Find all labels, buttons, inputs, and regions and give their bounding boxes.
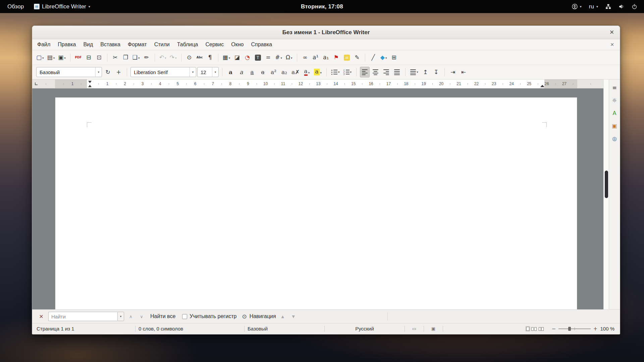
comment-button[interactable]: ≡ <box>342 52 352 63</box>
find-next-button[interactable]: ∨ <box>138 314 146 319</box>
cut-button[interactable]: ✂ <box>110 52 120 63</box>
menu-item[interactable]: Окно <box>227 39 247 50</box>
align-left-button[interactable] <box>360 67 370 77</box>
zoom-out-button[interactable]: − <box>551 326 557 332</box>
keyboard-layout-button[interactable]: ru ▾ <box>589 0 598 13</box>
find-history-dropdown[interactable] <box>117 312 124 321</box>
insert-chart-button[interactable]: ◔ <box>243 52 252 63</box>
document-modified-status[interactable]: ▣ <box>424 323 443 334</box>
chevron-down-icon[interactable] <box>212 67 218 77</box>
font-name-combobox[interactable]: Liberation Serif <box>130 67 196 77</box>
draw-functions-button[interactable]: ⊞ <box>389 52 399 63</box>
book-view-button[interactable] <box>538 326 545 331</box>
insert-table-button[interactable]: ▦ <box>221 52 232 63</box>
dropdown-arrow-icon[interactable] <box>63 55 66 60</box>
find-all-button[interactable]: Найти все <box>148 313 177 319</box>
clear-formatting-button[interactable]: a✗ <box>290 67 301 77</box>
new-document-button[interactable]: ▢ <box>35 52 45 63</box>
insert-image-button[interactable]: ◪ <box>232 52 242 63</box>
font-size-combobox[interactable]: 12 <box>197 67 219 77</box>
export-pdf-button[interactable]: PDF <box>73 52 83 63</box>
scrollbar-thumb[interactable] <box>605 171 608 198</box>
network-status-button[interactable] <box>605 0 611 13</box>
footnote-button[interactable]: a¹ <box>311 52 320 63</box>
numbered-list-button[interactable] <box>342 67 353 77</box>
zoom-slider[interactable] <box>558 328 591 329</box>
find-replace-button[interactable]: ⊙ <box>184 52 194 63</box>
dropdown-arrow-icon[interactable] <box>138 55 140 60</box>
align-center-button[interactable] <box>371 67 380 77</box>
line-spacing-button[interactable] <box>409 67 420 77</box>
dropdown-arrow-icon[interactable] <box>164 55 166 60</box>
multi-page-view-button[interactable] <box>530 326 538 331</box>
dropdown-arrow-icon[interactable] <box>320 70 322 75</box>
menu-item[interactable]: Правка <box>54 39 79 50</box>
print-button[interactable]: ⊟ <box>84 52 94 63</box>
horizontal-ruler[interactable]: 1 12345678910111213141516171819202122232… <box>32 79 603 88</box>
open-button[interactable]: ▤ <box>46 52 56 63</box>
align-justify-button[interactable] <box>392 67 402 77</box>
insert-line-button[interactable]: ╱ <box>368 52 378 63</box>
spelling-button[interactable]: Abc <box>195 52 205 63</box>
zoom-level-status[interactable]: 100 % <box>598 323 620 334</box>
redo-button[interactable]: ↷ <box>168 52 178 63</box>
decrease-indent-button[interactable]: ⇤ <box>459 67 469 77</box>
find-previous-button[interactable]: ∧ <box>127 314 135 319</box>
formatting-marks-button[interactable]: ¶ <box>205 52 215 63</box>
strikethrough-button[interactable]: a <box>258 67 268 77</box>
app-menu-button[interactable]: LibreOffice Writer ▾ <box>31 0 94 13</box>
highlight-color-button[interactable]: a <box>313 67 323 77</box>
page-break-button[interactable]: = <box>263 52 273 63</box>
zoom-in-button[interactable]: + <box>592 326 598 332</box>
find-search-input[interactable] <box>48 312 117 321</box>
navigate-up-button[interactable]: ▲ <box>279 314 287 319</box>
sidebar-properties-button[interactable]: ☼ <box>610 96 619 105</box>
menu-item[interactable]: Формат <box>124 39 151 50</box>
zoom-slider-handle[interactable] <box>568 327 571 331</box>
dropdown-arrow-icon[interactable] <box>174 55 177 60</box>
increase-paragraph-spacing-button[interactable]: ↥ <box>421 67 430 77</box>
undo-button[interactable]: ↶ <box>158 52 168 63</box>
sidebar-menu-button[interactable]: ≡ <box>610 83 619 92</box>
clone-formatting-button[interactable]: ✏ <box>142 52 152 63</box>
print-preview-button[interactable]: ⊡ <box>94 52 104 63</box>
dropdown-arrow-icon[interactable] <box>42 55 44 60</box>
insert-textbox-button[interactable]: T <box>253 52 263 63</box>
match-case-checkbox[interactable] <box>182 314 187 319</box>
bold-button[interactable]: a <box>226 67 235 77</box>
paste-button[interactable]: ❑ <box>131 52 141 63</box>
dropdown-arrow-icon[interactable] <box>280 55 282 60</box>
word-count-status[interactable]: 0 слов, 0 символов <box>136 323 244 334</box>
titlebar[interactable]: Без имени 1 - LibreOffice Writer ✕ <box>32 26 620 39</box>
find-and-replace-button[interactable]: ⊙ <box>242 313 247 320</box>
menu-item[interactable]: Вставка <box>97 39 124 50</box>
increase-indent-button[interactable]: ⇥ <box>448 67 458 77</box>
dropdown-arrow-icon[interactable] <box>53 55 55 60</box>
menu-item[interactable]: Вид <box>79 39 97 50</box>
endnote-button[interactable]: a₁ <box>321 52 331 63</box>
new-style-button[interactable]: + <box>114 67 123 77</box>
menu-item[interactable]: Справка <box>247 39 276 50</box>
language-status[interactable]: Русский <box>325 323 405 334</box>
italic-button[interactable]: a <box>236 67 246 77</box>
chevron-down-icon[interactable] <box>95 67 102 77</box>
clock[interactable]: Вторник, 17:08 <box>301 3 343 10</box>
single-page-view-button[interactable] <box>525 326 530 331</box>
page-style-status[interactable]: Базовый <box>245 323 324 334</box>
sidebar-navigator-button[interactable]: ◎ <box>610 134 619 143</box>
sidebar-gallery-button[interactable]: ▣ <box>610 122 619 130</box>
chevron-down-icon[interactable] <box>190 67 196 77</box>
subscript-button[interactable]: a₂ <box>279 67 289 77</box>
superscript-button[interactable]: a² <box>269 67 278 77</box>
copy-button[interactable]: ❐ <box>121 52 130 63</box>
navigate-down-button[interactable]: ▼ <box>289 314 298 319</box>
document-page[interactable] <box>55 97 577 309</box>
basic-shapes-button[interactable]: ◆ <box>379 52 388 63</box>
menu-item[interactable]: Файл <box>34 39 54 50</box>
close-find-bar-button[interactable]: ✕ <box>37 313 46 320</box>
bookmark-button[interactable]: ⚑ <box>331 52 341 63</box>
vertical-scrollbar[interactable] <box>603 79 609 309</box>
decrease-paragraph-spacing-button[interactable]: ↧ <box>431 67 441 77</box>
underline-button[interactable]: a <box>247 67 257 77</box>
hyperlink-button[interactable]: ∞ <box>300 52 310 63</box>
